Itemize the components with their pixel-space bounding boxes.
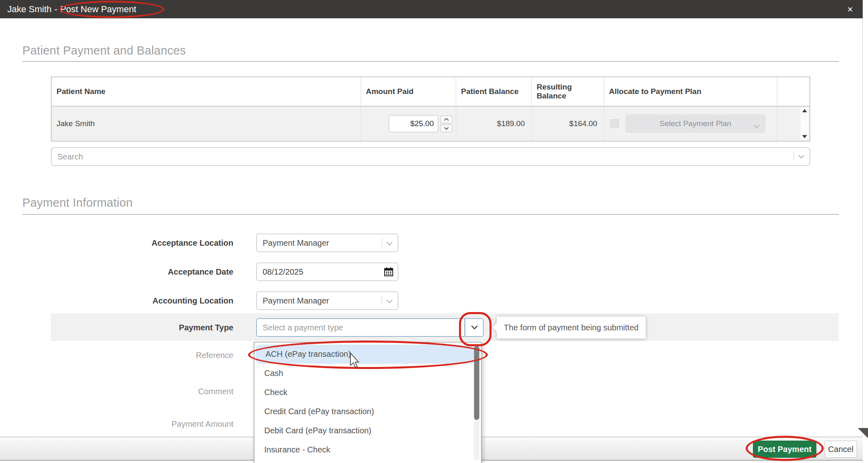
resulting-balance-cell: $164.00: [532, 107, 604, 141]
listbox-scrollbar-thumb[interactable]: [474, 346, 479, 420]
payment-type-dropdown-button[interactable]: [465, 318, 484, 337]
adorner-divider: [794, 152, 794, 161]
option-check[interactable]: Check: [255, 383, 481, 402]
post-new-payment-dialog: Jake Smith - Post New Payment × Patient …: [0, 0, 863, 461]
col-header-allocate-plan: Allocate to Payment Plan: [604, 77, 777, 106]
select-adorner: [382, 234, 398, 251]
acceptance-date-label: Acceptance Date: [63, 267, 233, 277]
payment-plan-select[interactable]: Select Payment Plan: [625, 114, 766, 133]
table-scrollbar[interactable]: [801, 107, 809, 140]
col-header-amount-paid: Amount Paid: [361, 77, 456, 106]
acceptance-date-field: [256, 262, 398, 281]
patient-balance-cell: $189.00: [456, 107, 532, 141]
search-input[interactable]: [52, 152, 794, 162]
chevron-down-icon: [753, 122, 760, 131]
patient-search-combobox: [51, 147, 810, 166]
accounting-location-label: Accounting Location: [63, 296, 233, 306]
cancel-button[interactable]: Cancel: [824, 441, 857, 458]
payment-type-label: Payment Type: [63, 323, 233, 332]
amount-paid-input[interactable]: [389, 115, 438, 132]
close-icon[interactable]: ×: [847, 0, 853, 18]
scroll-down-icon[interactable]: [802, 135, 807, 138]
accounting-location-value: Payment Manager: [263, 296, 329, 306]
option-insurance-check[interactable]: Insurance - Check: [255, 440, 481, 459]
acceptance-location-label: Acceptance Location: [63, 238, 233, 248]
payment-plan-placeholder: Select Payment Plan: [659, 119, 731, 128]
allocate-checkbox[interactable]: [610, 119, 619, 128]
titlebar-patient-name: Jake Smith: [7, 4, 52, 15]
col-header-resulting-balance: Resulting Balance: [532, 77, 604, 106]
col-header-patient-name: Patient Name: [52, 77, 361, 106]
select-adorner: [382, 292, 398, 309]
col-header-patient-balance: Patient Balance: [456, 77, 532, 106]
titlebar-separator: -: [54, 4, 57, 15]
chevron-down-icon: [386, 238, 393, 248]
balances-section-heading: Patient Payment and Balances: [22, 44, 186, 57]
comment-label: Comment: [63, 387, 233, 396]
accounting-location-select[interactable]: Payment Manager: [256, 291, 398, 310]
search-dropdown-adorner: [794, 152, 809, 161]
reference-label: Reference: [63, 351, 233, 360]
dialog-title: Post New Payment: [60, 4, 136, 15]
stepper-down-icon[interactable]: [440, 124, 452, 132]
acceptance-date-input[interactable]: [257, 267, 384, 277]
option-debit-card[interactable]: Debit Card (ePay transaction): [255, 421, 481, 440]
amount-stepper: [440, 116, 452, 132]
dialog-titlebar: Jake Smith - Post New Payment ×: [0, 0, 863, 18]
payment-type-combobox[interactable]: Select a payment type: [256, 318, 465, 337]
table-header-row: Patient Name Amount Paid Patient Balance…: [52, 77, 809, 107]
acceptance-location-select[interactable]: Payment Manager: [256, 234, 398, 252]
payment-type-placeholder: Select a payment type: [263, 323, 343, 332]
option-ach[interactable]: ACH (ePay transaction): [256, 345, 474, 364]
table-row: Jake Smith $189.00 $164.00 Select Paymen…: [52, 107, 809, 141]
acceptance-location-value: Payment Manager: [263, 238, 329, 248]
patient-balances-table: Patient Name Amount Paid Patient Balance…: [51, 76, 810, 142]
adorner-divider: [382, 296, 382, 305]
amount-paid-cell: [361, 107, 456, 141]
post-payment-button[interactable]: Post Payment: [753, 441, 816, 458]
allocate-plan-cell: Select Payment Plan: [604, 107, 777, 141]
row-scroll-cell: [777, 107, 809, 141]
adorner-divider: [382, 238, 382, 247]
payment-type-tooltip: The form of payment being submitted: [497, 317, 646, 339]
chevron-down-icon: [386, 296, 393, 306]
payment-type-listbox: ACH (ePay transaction) Cash Check Credit…: [254, 342, 482, 463]
option-cash[interactable]: Cash: [255, 364, 481, 383]
scroll-up-icon[interactable]: [802, 109, 807, 112]
option-credit-card[interactable]: Credit Card (ePay transaction): [255, 402, 481, 421]
col-header-spacer: [777, 77, 809, 106]
stepper-up-icon[interactable]: [440, 116, 452, 123]
balances-section-divider: [22, 61, 839, 62]
patient-name-cell: Jake Smith: [52, 107, 361, 141]
chevron-down-icon: [471, 324, 478, 331]
chevron-down-icon[interactable]: [798, 153, 805, 160]
calendar-icon[interactable]: [384, 267, 398, 277]
payment-amount-label: Payment Amount: [63, 419, 233, 429]
payment-section-divider: [22, 214, 839, 215]
payment-section-heading: Payment Information: [22, 196, 133, 210]
